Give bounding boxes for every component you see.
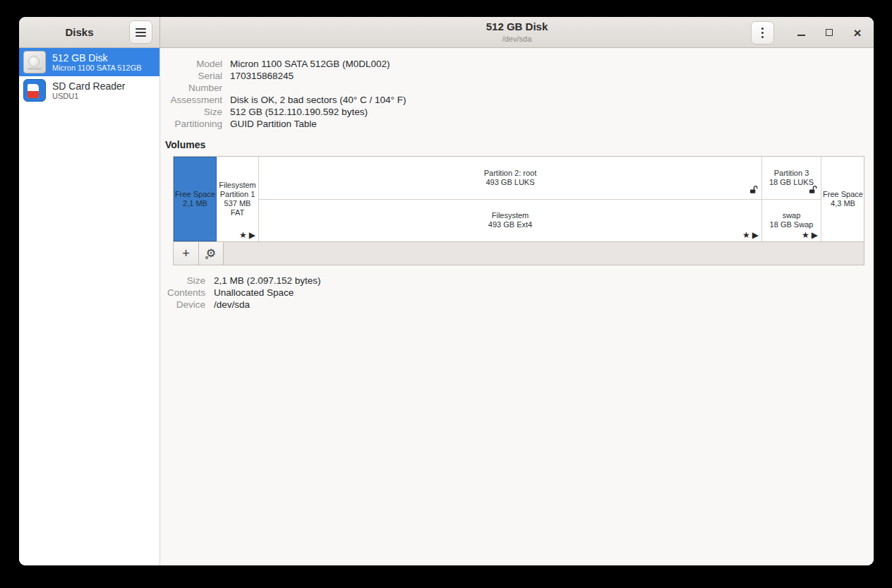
- info-row-assessment: Assessment Disk is OK, 2 bad sectors (40…: [165, 94, 874, 106]
- sidebar-item-title: SD Card Reader: [52, 80, 126, 92]
- window-subtitle: /dev/sda: [486, 35, 548, 43]
- app-title: Disks: [65, 26, 93, 38]
- info-row-model: Model Micron 1100 SATA 512GB (M0DL002): [165, 58, 874, 70]
- maximize-icon: [826, 29, 833, 36]
- volume-column-partition-2: Partition 2: root 493 GB LUKS: [259, 157, 762, 241]
- selection-label: Device: [165, 299, 214, 311]
- mounted-play-icon: ▶: [752, 231, 759, 240]
- segment-size: 2,1 MB: [183, 199, 207, 208]
- close-button[interactable]: ×: [849, 24, 866, 41]
- volume-segment-free-space-1[interactable]: Free Space 2,1 MB: [174, 157, 217, 241]
- device-sidebar: 512 GB Disk Micron 1100 SATA 512GB SD Ca…: [19, 48, 160, 565]
- minimize-button[interactable]: [792, 24, 809, 41]
- sidebar-item-title: 512 GB Disk: [52, 52, 142, 64]
- unlocked-padlock-icon: [808, 185, 817, 196]
- maximize-button[interactable]: [821, 24, 838, 41]
- kebab-menu-button[interactable]: [751, 21, 774, 44]
- volume-column-partition-3: Partition 3 18 GB LUKS s: [762, 157, 821, 241]
- selection-value: Unallocated Space: [214, 287, 294, 299]
- bootable-star-icon: ★: [802, 231, 809, 240]
- info-label: Assessment: [165, 94, 230, 106]
- segment-size: 4,3 MB: [831, 199, 855, 208]
- sidebar-header: Disks: [19, 17, 160, 47]
- segment-size: 18 GB LUKS: [769, 178, 814, 187]
- desktop-background: Disks 512 GB Disk /dev/sda: [0, 0, 892, 588]
- disk-info-grid: Model Micron 1100 SATA 512GB (M0DL002) S…: [165, 58, 874, 130]
- segment-label: Filesystem: [219, 181, 256, 190]
- segment-label: Free Space: [823, 190, 863, 199]
- info-value: Disk is OK, 2 bad sectors (40° C / 104° …: [230, 94, 406, 106]
- segment-label: Partition 3: [774, 169, 809, 178]
- kebab-icon: [761, 28, 764, 30]
- sd-card-reader-icon: [23, 79, 46, 102]
- mounted-play-icon: ▶: [249, 231, 255, 240]
- segment-label: swap: [783, 211, 801, 220]
- volume-segment-partition-2-filesystem[interactable]: Filesystem 493 GB Ext4 ★ ▶: [259, 200, 761, 242]
- gnome-disks-window: Disks 512 GB Disk /dev/sda: [19, 17, 874, 565]
- volume-segment-partition-3[interactable]: Partition 3 18 GB LUKS: [762, 157, 821, 200]
- info-value: GUID Partition Table: [230, 118, 317, 130]
- window-body: 512 GB Disk Micron 1100 SATA 512GB SD Ca…: [19, 48, 874, 565]
- segment-label: Free Space: [175, 190, 215, 199]
- create-partition-button[interactable]: +: [174, 242, 199, 265]
- segment-size: 493 GB Ext4: [488, 220, 532, 229]
- hamburger-menu-button[interactable]: [129, 20, 152, 44]
- segment-size: 18 GB Swap: [770, 220, 814, 229]
- info-value: 512 GB (512.110.190.592 bytes): [230, 106, 368, 118]
- info-label: Model: [165, 58, 230, 70]
- volumes-frame: Free Space 2,1 MB Filesystem Partition 1…: [173, 156, 864, 265]
- segment-label: Filesystem: [492, 211, 529, 220]
- selection-row-size: Size 2,1 MB (2.097.152 bytes): [165, 275, 874, 287]
- bootable-star-icon: ★: [742, 231, 750, 240]
- close-icon: ×: [853, 26, 861, 40]
- hard-drive-icon: [23, 51, 46, 73]
- partition-options-button[interactable]: ⚙: [198, 242, 224, 265]
- window-title: 512 GB Disk: [486, 21, 548, 33]
- plus-icon: +: [182, 246, 190, 261]
- selection-info-grid: Size 2,1 MB (2.097.152 bytes) Contents U…: [165, 275, 874, 311]
- window-titles: 512 GB Disk /dev/sda: [486, 21, 548, 43]
- segment-label: Partition 1: [220, 190, 255, 199]
- segment-size: 493 GB LUKS: [486, 178, 534, 187]
- sidebar-item-subtitle: USDU1: [52, 92, 126, 101]
- info-label: Serial Number: [165, 70, 230, 94]
- sidebar-item-subtitle: Micron 1100 SATA 512GB: [52, 64, 142, 73]
- volumes-heading: Volumes: [165, 139, 874, 150]
- sidebar-item-sd-card-reader[interactable]: SD Card Reader USDU1: [19, 76, 159, 104]
- segment-size: 537 MB FAT: [217, 199, 258, 217]
- minimize-icon: [797, 35, 805, 36]
- info-row-partitioning: Partitioning GUID Partition Table: [165, 118, 874, 130]
- window-controls: ×: [751, 17, 866, 48]
- info-row-serial: Serial Number 170315868245: [165, 70, 874, 94]
- selection-label: Size: [165, 275, 214, 287]
- info-value: Micron 1100 SATA 512GB (M0DL002): [230, 58, 390, 70]
- bootable-star-icon: ★: [239, 231, 247, 240]
- unlocked-padlock-icon: [749, 185, 758, 196]
- info-value: 170315868245: [230, 70, 294, 94]
- volume-grid: Free Space 2,1 MB Filesystem Partition 1…: [174, 157, 864, 241]
- sidebar-item-512gb-disk[interactable]: 512 GB Disk Micron 1100 SATA 512GB: [19, 48, 159, 76]
- info-label: Partitioning: [165, 118, 230, 130]
- selection-row-contents: Contents Unallocated Space: [165, 287, 874, 299]
- volume-segment-partition-1[interactable]: Filesystem Partition 1 537 MB FAT ★ ▶: [217, 157, 259, 241]
- segment-label: Partition 2: root: [484, 169, 537, 178]
- selection-value: /dev/sda: [214, 299, 250, 311]
- volume-toolbar: + ⚙: [174, 241, 864, 265]
- selection-row-device: Device /dev/sda: [165, 299, 874, 311]
- selection-value: 2,1 MB (2.097.152 bytes): [214, 275, 321, 287]
- main-header: 512 GB Disk /dev/sda: [160, 17, 874, 47]
- hamburger-icon: [135, 28, 146, 30]
- info-row-size: Size 512 GB (512.110.190.592 bytes): [165, 106, 874, 118]
- selection-label: Contents: [165, 287, 214, 299]
- volume-segment-swap[interactable]: swap 18 GB Swap ★ ▶: [762, 200, 821, 242]
- volume-segment-free-space-2[interactable]: Free Space 4,3 MB: [821, 157, 864, 241]
- disk-details-pane: Model Micron 1100 SATA 512GB (M0DL002) S…: [160, 48, 874, 565]
- headerbar: Disks 512 GB Disk /dev/sda: [19, 17, 874, 48]
- mounted-play-icon: ▶: [812, 231, 818, 240]
- info-label: Size: [165, 106, 230, 118]
- volume-segment-partition-2[interactable]: Partition 2: root 493 GB LUKS: [259, 157, 761, 200]
